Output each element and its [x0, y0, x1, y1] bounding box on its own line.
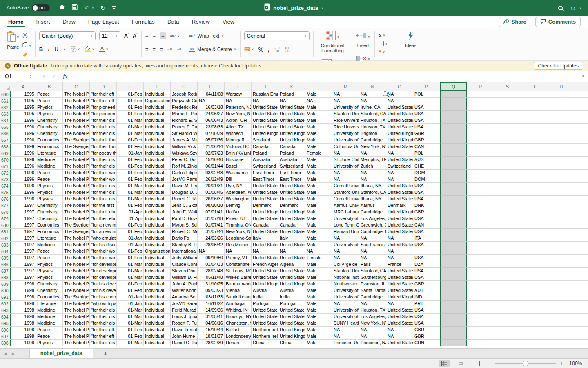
cell-Q666[interactable] [440, 130, 467, 137]
cell-B690[interactable]: Chemistry [36, 287, 63, 294]
cell-C687[interactable]: The Nobel Pr [63, 268, 90, 274]
cell-U692[interactable] [548, 301, 575, 307]
cell-E688[interactable]: 01-Mar [117, 274, 144, 281]
cell-B664[interactable]: Chemistry [36, 117, 63, 124]
cell-R677[interactable] [467, 202, 494, 209]
cell-C697[interactable]: The Nobel Pe [63, 333, 90, 340]
cell-F678[interactable]: Individual [144, 209, 171, 215]
cell-P691[interactable]: IND [413, 294, 440, 301]
row-header-663[interactable]: 663 [0, 111, 11, 117]
cell-S696[interactable] [494, 327, 521, 333]
cell-J673[interactable]: East Timor [252, 176, 278, 183]
cell-T695[interactable] [521, 320, 548, 327]
cell-F680[interactable]: Individual [144, 222, 171, 229]
formula-input[interactable] [73, 71, 581, 82]
cell-M679[interactable]: University of [332, 215, 359, 222]
cell-A685[interactable]: 1997 [11, 255, 36, 261]
cell-D670[interactable]: "for their dis [90, 157, 117, 163]
cell-partial696[interactable] [575, 327, 588, 333]
cancel-entry-icon[interactable]: × [42, 73, 46, 79]
column-header-H[interactable]: H [198, 82, 225, 91]
cell-I696[interactable]: Belfast [225, 327, 252, 333]
cell-S688[interactable] [494, 274, 521, 281]
cell-D684[interactable]: "for their wo [90, 248, 117, 255]
cell-H673[interactable]: 26/12/49 [198, 176, 225, 183]
confirm-entry-icon[interactable]: ✓ [52, 73, 57, 79]
cell-U664[interactable] [548, 117, 575, 124]
cell-F679[interactable]: Individual [144, 215, 171, 222]
cell-G674[interactable]: David M. Lee [171, 183, 198, 189]
row-header-671[interactable]: 671 [0, 163, 11, 170]
cell-Q692[interactable] [440, 301, 467, 307]
cell-M695[interactable]: SUNY Health [332, 320, 359, 327]
cell-R695[interactable] [467, 320, 494, 327]
cell-I692[interactable]: Azinhaga [225, 301, 252, 307]
column-header-L[interactable]: L [305, 82, 332, 91]
cell-B679[interactable]: Chemistry [36, 215, 63, 222]
cell-O664[interactable]: United States [386, 117, 413, 124]
cell-T685[interactable] [521, 255, 548, 261]
cell-P688[interactable]: USA [413, 274, 440, 281]
cell-T683[interactable] [521, 242, 548, 248]
row-header-692[interactable]: 692 [0, 301, 11, 307]
cell-I683[interactable]: Des Moines, [225, 242, 252, 248]
cell-L694[interactable]: Male [305, 314, 332, 320]
cell-H685[interactable]: 09/10/50 [198, 255, 225, 261]
cell-E693[interactable]: 01-Mar [117, 307, 144, 314]
cell-N675[interactable]: Stanford, CA [359, 189, 386, 196]
cell-G671[interactable]: Rolf M. Zinke [171, 163, 198, 170]
cell-O697[interactable]: NA [386, 333, 413, 340]
cell-H697[interactable]: 18/01/37 [198, 333, 225, 340]
cell-B696[interactable]: Peace [36, 327, 63, 333]
cell-D660[interactable]: "for their eff [90, 91, 117, 98]
cell-K691[interactable]: India [278, 294, 305, 301]
cell-O668[interactable]: United States [386, 144, 413, 150]
cell-H683[interactable]: 28/05/42 [198, 242, 225, 248]
row-header-668[interactable]: 668 [0, 144, 11, 150]
cell-K668[interactable]: Canada [278, 144, 305, 150]
cell-Q677[interactable] [440, 202, 467, 209]
cell-P677[interactable]: DNK [413, 202, 440, 209]
cell-N679[interactable]: Los Angeles, [359, 215, 386, 222]
cell-partial668[interactable] [575, 144, 588, 150]
cell-S697[interactable] [494, 333, 521, 340]
cell-U662[interactable] [548, 104, 575, 111]
cell-K682[interactable]: Italy [278, 235, 305, 242]
cell-I698[interactable]: Henan [225, 340, 252, 346]
cell-B673[interactable]: Peace [36, 176, 63, 183]
cell-O674[interactable]: United States [386, 183, 413, 189]
tab-data[interactable]: Data [167, 17, 180, 27]
cell-U676[interactable] [548, 196, 575, 202]
row-header-672[interactable]: 672 [0, 170, 11, 176]
cell-O689[interactable]: United States [386, 281, 413, 287]
cell-S682[interactable] [494, 235, 521, 242]
cell-C686[interactable]: The Nobel Pr [63, 261, 90, 268]
cell-N673[interactable]: NA [359, 176, 386, 183]
cell-P679[interactable]: USA [413, 215, 440, 222]
cell-N670[interactable]: Memphis, TN [359, 157, 386, 163]
cell-O667[interactable]: United Kingdom [386, 137, 413, 144]
cell-O678[interactable]: United Kingdom [386, 209, 413, 215]
cell-N696[interactable]: NA [359, 327, 386, 333]
cell-R675[interactable] [467, 189, 494, 196]
tab-page-layout[interactable]: Page Layout [87, 17, 120, 27]
row-header-687[interactable]: 687 [0, 268, 11, 274]
decrease-font-size-button[interactable]: Aˇ [133, 33, 138, 39]
cell-T664[interactable] [521, 117, 548, 124]
cell-A674[interactable]: 1996 [11, 183, 36, 189]
cell-I682[interactable]: Leggiuno-Sar [225, 235, 252, 242]
cell-L663[interactable]: Male [305, 111, 332, 117]
cell-B697[interactable]: Peace [36, 333, 63, 340]
cell-T682[interactable] [521, 235, 548, 242]
cell-N697[interactable]: NA [359, 333, 386, 340]
cell-H667[interactable]: 05/07/36 [198, 137, 225, 144]
cell-E678[interactable]: 01-Apr [117, 209, 144, 215]
cell-G697[interactable]: John Hume [171, 333, 198, 340]
cell-N669[interactable]: NA [359, 150, 386, 157]
cell-K676[interactable]: United States [278, 196, 305, 202]
cell-J680[interactable]: Canada [252, 222, 278, 229]
cell-C676[interactable]: The Nobel Pr [63, 196, 90, 202]
cell-N665[interactable]: Houston, TX [359, 124, 386, 130]
cell-I666[interactable]: Wisbech [225, 130, 252, 137]
cell-S695[interactable] [494, 320, 521, 327]
